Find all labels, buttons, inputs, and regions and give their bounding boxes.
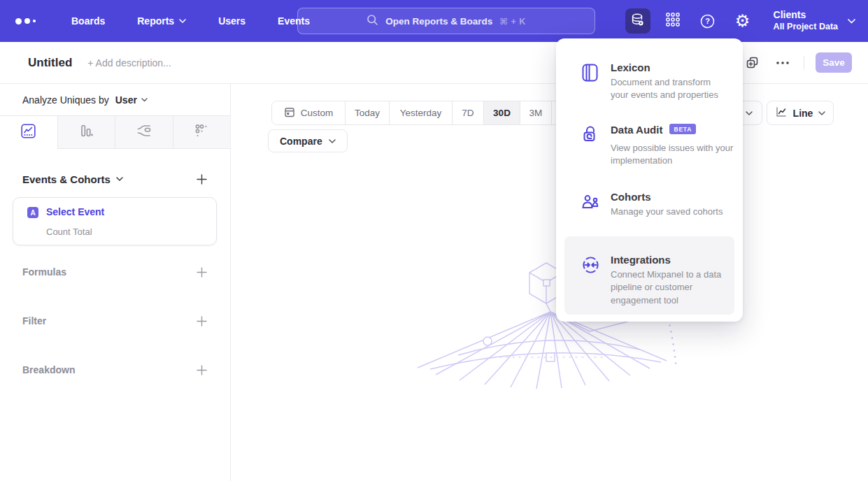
chevron-down-icon xyxy=(329,139,336,143)
save-button[interactable]: Save xyxy=(816,52,852,73)
date-range-30d[interactable]: 30D xyxy=(483,101,520,124)
navbar-right-group: ? ⚙ Clients All Project Data xyxy=(625,0,855,42)
mixpanel-logo-icon[interactable] xyxy=(15,18,41,24)
date-range-custom[interactable]: Custom xyxy=(272,101,345,124)
apps-grid-button[interactable] xyxy=(660,8,685,34)
date-range-label: 7D xyxy=(462,108,474,118)
tab-funnels[interactable] xyxy=(57,116,115,149)
breakdown-label: Breakdown xyxy=(22,364,75,375)
events-section-title: Events & Cohorts xyxy=(22,173,111,185)
lexicon-icon xyxy=(581,63,600,102)
global-search-input[interactable]: Open Reports & Boards ⌘ + K xyxy=(297,8,595,34)
events-section-toggle[interactable]: Events & Cohorts xyxy=(22,173,123,185)
calendar-icon xyxy=(284,106,295,120)
settings-gear-icon: ⚙ xyxy=(735,13,750,29)
more-options-button[interactable] xyxy=(774,55,791,71)
events-section-header: Events & Cohorts xyxy=(22,171,209,187)
date-range-label: Today xyxy=(355,108,380,118)
add-formula-button[interactable] xyxy=(194,264,209,280)
compare-button[interactable]: Compare xyxy=(268,129,348,152)
search-icon xyxy=(367,14,378,29)
line-chart-icon xyxy=(775,106,788,120)
date-range-3m[interactable]: 3M xyxy=(520,101,551,124)
nav-item-reports[interactable]: Reports xyxy=(137,15,186,27)
analyze-uniques-row: Analyze Uniques by User xyxy=(0,84,230,115)
menu-item-title: Data Audit xyxy=(611,124,662,136)
funnels-tab-icon xyxy=(78,123,94,142)
settings-button[interactable]: ⚙ xyxy=(730,8,755,34)
report-description-placeholder[interactable]: + Add description... xyxy=(87,57,171,69)
add-event-button[interactable] xyxy=(194,171,209,187)
chevron-down-icon xyxy=(141,98,148,102)
data-management-icon xyxy=(629,12,646,31)
chevron-down-icon xyxy=(116,177,123,181)
nav-item-users[interactable]: Users xyxy=(218,15,246,27)
menu-item-lexicon[interactable]: Lexicon Document and transform your even… xyxy=(556,62,743,102)
chart-type-value: Line xyxy=(793,108,813,119)
menu-item-integrations[interactable]: Integrations Connect Mixpanel to a data … xyxy=(564,236,734,315)
data-audit-icon xyxy=(581,125,600,168)
add-filter-button[interactable] xyxy=(194,313,209,329)
flows-tab-icon xyxy=(136,122,152,142)
tab-insights[interactable] xyxy=(0,116,57,149)
event-aggregation-label[interactable]: Count Total xyxy=(46,227,92,237)
date-range-label: Custom xyxy=(301,108,334,118)
analyze-entity-value: User xyxy=(115,94,137,106)
event-letter-badge: A xyxy=(27,207,38,218)
menu-item-title: Cohorts xyxy=(611,191,750,203)
chart-type-tabs xyxy=(0,115,230,149)
filter-label: Filter xyxy=(22,315,46,326)
report-canvas: Custom Today Yesterday 7D 30D 3M 6M 12M … xyxy=(231,84,868,481)
formulas-section-header: Formulas xyxy=(22,264,209,280)
mixpanel-insights-app: Boards Reports Users Events Open Reports… xyxy=(0,0,868,481)
insights-tab-icon xyxy=(20,123,36,142)
help-icon: ? xyxy=(699,13,716,29)
chevron-down-icon xyxy=(848,19,855,24)
data-management-menu: Lexicon Document and transform your even… xyxy=(556,38,743,322)
add-breakdown-button[interactable] xyxy=(194,362,209,378)
cohorts-icon xyxy=(581,192,600,218)
event-card[interactable]: A Select Event Count Total xyxy=(13,197,217,245)
formulas-label: Formulas xyxy=(22,266,66,278)
date-range-label: 30D xyxy=(493,108,511,118)
top-navbar: Boards Reports Users Events Open Reports… xyxy=(0,0,868,42)
data-management-button[interactable] xyxy=(625,8,650,34)
menu-item-description: Manage your saved cohorts xyxy=(611,206,750,218)
analyze-label: Analyze Uniques by xyxy=(22,94,109,106)
date-range-label: 3M xyxy=(529,108,543,118)
menu-item-data-audit[interactable]: Data Audit BETA View possible issues wit… xyxy=(556,124,743,168)
filter-section-header: Filter xyxy=(22,313,209,329)
help-button[interactable]: ? xyxy=(695,8,720,34)
chevron-down-icon xyxy=(746,111,753,115)
date-range-label: Yesterday xyxy=(400,108,442,118)
query-sidebar: Analyze Uniques by User xyxy=(0,84,231,481)
date-range-7d[interactable]: 7D xyxy=(452,101,483,124)
report-header-actions: Save xyxy=(744,52,852,73)
select-event-label[interactable]: Select Event xyxy=(46,206,104,217)
date-range-today[interactable]: Today xyxy=(345,101,389,124)
search-shortcut: ⌘ + K xyxy=(499,16,525,27)
menu-item-title: Lexicon xyxy=(611,62,724,73)
integrations-icon xyxy=(581,255,600,315)
apps-grid-icon xyxy=(665,12,681,30)
help-glyph: ? xyxy=(705,17,710,25)
menu-item-cohorts[interactable]: Cohorts Manage your saved cohorts xyxy=(556,191,743,218)
analyze-entity-dropdown[interactable]: User xyxy=(115,94,148,106)
org-name: Clients xyxy=(774,9,838,22)
search-placeholder: Open Reports & Boards xyxy=(385,16,492,27)
report-title[interactable]: Untitled xyxy=(28,56,72,70)
tab-flows[interactable] xyxy=(115,116,173,149)
nav-item-label: Boards xyxy=(71,15,105,27)
breakdown-section-header: Breakdown xyxy=(22,362,209,378)
nav-item-label: Reports xyxy=(137,15,174,27)
chart-type-dropdown[interactable]: Line xyxy=(767,101,834,125)
duplicate-report-button[interactable] xyxy=(744,55,760,71)
nav-item-boards[interactable]: Boards xyxy=(71,15,105,27)
project-switcher[interactable]: Clients All Project Data xyxy=(774,9,855,32)
menu-item-title: Integrations xyxy=(611,254,726,266)
chevron-down-icon xyxy=(179,19,186,23)
project-name: All Project Data xyxy=(774,22,838,33)
tab-retention[interactable] xyxy=(173,116,231,149)
date-range-yesterday[interactable]: Yesterday xyxy=(389,101,452,124)
header-divider xyxy=(804,56,804,70)
